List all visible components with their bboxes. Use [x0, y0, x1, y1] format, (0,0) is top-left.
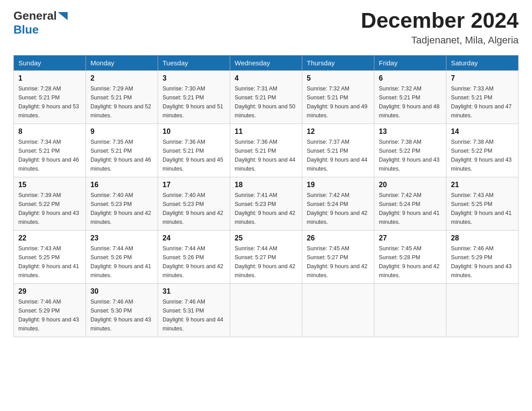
logo-blue-text: Blue	[13, 23, 39, 36]
day-number: 26	[307, 234, 369, 242]
logo-general-text: General	[13, 9, 57, 23]
day-info: Sunrise: 7:42 AMSunset: 5:24 PMDaylight:…	[307, 192, 368, 225]
day-number: 9	[90, 128, 153, 136]
day-number: 30	[90, 287, 153, 295]
day-info: Sunrise: 7:37 AMSunset: 5:21 PMDaylight:…	[307, 139, 368, 172]
calendar-week-row: 8 Sunrise: 7:34 AMSunset: 5:21 PMDayligh…	[14, 124, 519, 177]
day-number: 27	[379, 234, 442, 242]
day-info: Sunrise: 7:32 AMSunset: 5:21 PMDaylight:…	[379, 86, 440, 119]
calendar-day-cell: 28 Sunrise: 7:46 AMSunset: 5:29 PMDaylig…	[446, 230, 519, 283]
day-number: 4	[235, 74, 297, 82]
calendar-day-cell: 26 Sunrise: 7:45 AMSunset: 5:27 PMDaylig…	[302, 230, 374, 283]
day-info: Sunrise: 7:32 AMSunset: 5:21 PMDaylight:…	[307, 86, 368, 119]
day-number: 1	[18, 74, 81, 82]
calendar-day-cell: 20 Sunrise: 7:42 AMSunset: 5:24 PMDaylig…	[374, 177, 446, 230]
day-info: Sunrise: 7:38 AMSunset: 5:22 PMDaylight:…	[451, 139, 512, 172]
calendar-day-cell: 30 Sunrise: 7:46 AMSunset: 5:30 PMDaylig…	[86, 283, 158, 337]
day-info: Sunrise: 7:29 AMSunset: 5:21 PMDaylight:…	[90, 86, 151, 119]
logo-triangle-icon	[58, 12, 68, 20]
calendar-day-cell: 19 Sunrise: 7:42 AMSunset: 5:24 PMDaylig…	[302, 177, 374, 230]
day-number: 6	[379, 74, 442, 82]
svg-marker-0	[58, 12, 68, 20]
day-info: Sunrise: 7:41 AMSunset: 5:23 PMDaylight:…	[235, 192, 296, 225]
day-info: Sunrise: 7:44 AMSunset: 5:27 PMDaylight:…	[235, 245, 296, 278]
day-number: 17	[163, 181, 225, 189]
calendar-body: 1 Sunrise: 7:28 AMSunset: 5:21 PMDayligh…	[14, 70, 519, 337]
day-info: Sunrise: 7:36 AMSunset: 5:21 PMDaylight:…	[163, 139, 223, 172]
day-number: 10	[163, 128, 225, 136]
day-info: Sunrise: 7:45 AMSunset: 5:27 PMDaylight:…	[307, 245, 368, 278]
calendar-day-cell	[230, 283, 302, 337]
calendar-day-cell	[302, 283, 374, 337]
day-info: Sunrise: 7:34 AMSunset: 5:21 PMDaylight:…	[18, 139, 79, 172]
calendar-table: SundayMondayTuesdayWednesdayThursdayFrid…	[13, 55, 519, 337]
day-info: Sunrise: 7:46 AMSunset: 5:30 PMDaylight:…	[90, 299, 151, 332]
calendar-week-row: 29 Sunrise: 7:46 AMSunset: 5:29 PMDaylig…	[14, 283, 519, 337]
day-number: 15	[18, 181, 81, 189]
day-number: 12	[307, 128, 369, 136]
calendar-day-cell: 24 Sunrise: 7:44 AMSunset: 5:26 PMDaylig…	[158, 230, 230, 283]
calendar-day-cell: 8 Sunrise: 7:34 AMSunset: 5:21 PMDayligh…	[14, 124, 86, 177]
location-subtitle: Tadjenanet, Mila, Algeria	[361, 34, 519, 46]
day-info: Sunrise: 7:35 AMSunset: 5:21 PMDaylight:…	[90, 139, 151, 172]
title-area: December 2024 Tadjenanet, Mila, Algeria	[361, 9, 519, 46]
day-info: Sunrise: 7:39 AMSunset: 5:22 PMDaylight:…	[18, 192, 79, 225]
day-of-week-header: Thursday	[302, 55, 374, 70]
month-year-title: December 2024	[361, 9, 519, 33]
calendar-week-row: 1 Sunrise: 7:28 AMSunset: 5:21 PMDayligh…	[14, 70, 519, 124]
day-number: 8	[18, 128, 81, 136]
calendar-day-cell: 5 Sunrise: 7:32 AMSunset: 5:21 PMDayligh…	[302, 70, 374, 124]
day-of-week-header: Monday	[86, 55, 158, 70]
page-header: General Blue December 2024 Tadjenanet, M…	[13, 9, 519, 46]
day-info: Sunrise: 7:42 AMSunset: 5:24 PMDaylight:…	[379, 192, 440, 225]
day-number: 19	[307, 181, 369, 189]
day-of-week-header: Sunday	[14, 55, 86, 70]
day-number: 14	[451, 128, 514, 136]
day-info: Sunrise: 7:44 AMSunset: 5:26 PMDaylight:…	[163, 245, 223, 278]
day-number: 16	[90, 181, 153, 189]
day-number: 18	[235, 181, 297, 189]
day-of-week-header: Wednesday	[230, 55, 302, 70]
day-info: Sunrise: 7:43 AMSunset: 5:25 PMDaylight:…	[18, 245, 79, 278]
day-of-week-header: Friday	[374, 55, 446, 70]
calendar-day-cell: 6 Sunrise: 7:32 AMSunset: 5:21 PMDayligh…	[374, 70, 446, 124]
day-info: Sunrise: 7:46 AMSunset: 5:31 PMDaylight:…	[163, 299, 223, 332]
day-number: 21	[451, 181, 514, 189]
day-header-row: SundayMondayTuesdayWednesdayThursdayFrid…	[14, 55, 519, 70]
day-number: 31	[163, 287, 225, 295]
calendar-day-cell: 7 Sunrise: 7:33 AMSunset: 5:21 PMDayligh…	[446, 70, 519, 124]
calendar-header: SundayMondayTuesdayWednesdayThursdayFrid…	[14, 55, 519, 70]
calendar-day-cell: 9 Sunrise: 7:35 AMSunset: 5:21 PMDayligh…	[86, 124, 158, 177]
calendar-day-cell: 2 Sunrise: 7:29 AMSunset: 5:21 PMDayligh…	[86, 70, 158, 124]
calendar-day-cell: 29 Sunrise: 7:46 AMSunset: 5:29 PMDaylig…	[14, 283, 86, 337]
calendar-day-cell: 23 Sunrise: 7:44 AMSunset: 5:26 PMDaylig…	[86, 230, 158, 283]
calendar-day-cell: 10 Sunrise: 7:36 AMSunset: 5:21 PMDaylig…	[158, 124, 230, 177]
day-number: 28	[451, 234, 514, 242]
calendar-day-cell: 22 Sunrise: 7:43 AMSunset: 5:25 PMDaylig…	[14, 230, 86, 283]
logo: General Blue	[13, 9, 68, 37]
day-number: 5	[307, 74, 369, 82]
day-number: 7	[451, 74, 514, 82]
day-info: Sunrise: 7:43 AMSunset: 5:25 PMDaylight:…	[451, 192, 512, 225]
day-number: 20	[379, 181, 442, 189]
calendar-day-cell: 21 Sunrise: 7:43 AMSunset: 5:25 PMDaylig…	[446, 177, 519, 230]
day-number: 3	[163, 74, 225, 82]
day-info: Sunrise: 7:40 AMSunset: 5:23 PMDaylight:…	[90, 192, 151, 225]
day-number: 2	[90, 74, 153, 82]
day-info: Sunrise: 7:30 AMSunset: 5:21 PMDaylight:…	[163, 86, 223, 119]
day-number: 29	[18, 287, 81, 295]
day-number: 25	[235, 234, 297, 242]
calendar-day-cell: 16 Sunrise: 7:40 AMSunset: 5:23 PMDaylig…	[86, 177, 158, 230]
day-info: Sunrise: 7:40 AMSunset: 5:23 PMDaylight:…	[163, 192, 223, 225]
calendar-day-cell: 27 Sunrise: 7:45 AMSunset: 5:28 PMDaylig…	[374, 230, 446, 283]
calendar-day-cell: 18 Sunrise: 7:41 AMSunset: 5:23 PMDaylig…	[230, 177, 302, 230]
day-number: 24	[163, 234, 225, 242]
calendar-day-cell: 31 Sunrise: 7:46 AMSunset: 5:31 PMDaylig…	[158, 283, 230, 337]
calendar-day-cell: 12 Sunrise: 7:37 AMSunset: 5:21 PMDaylig…	[302, 124, 374, 177]
day-info: Sunrise: 7:46 AMSunset: 5:29 PMDaylight:…	[451, 245, 512, 278]
calendar-day-cell: 15 Sunrise: 7:39 AMSunset: 5:22 PMDaylig…	[14, 177, 86, 230]
calendar-week-row: 22 Sunrise: 7:43 AMSunset: 5:25 PMDaylig…	[14, 230, 519, 283]
day-number: 11	[235, 128, 297, 136]
day-info: Sunrise: 7:28 AMSunset: 5:21 PMDaylight:…	[18, 86, 79, 119]
day-number: 22	[18, 234, 81, 242]
